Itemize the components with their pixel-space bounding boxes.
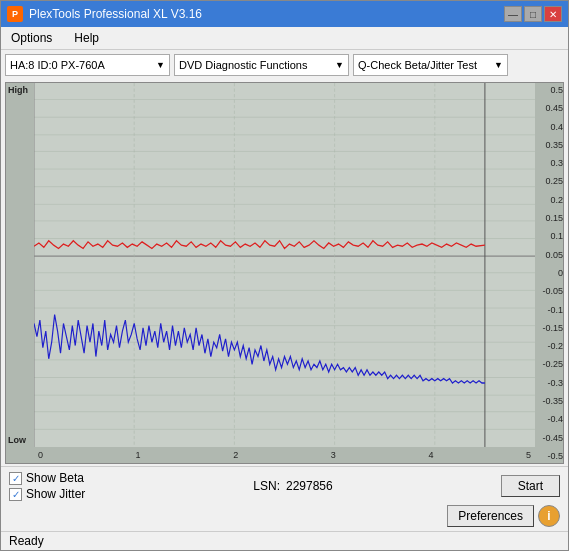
x-axis: 0 1 2 3 4 5 [34, 447, 535, 463]
lsn-label: LSN: [253, 479, 280, 493]
toolbar: HA:8 ID:0 PX-760A ▼ DVD Diagnostic Funct… [1, 50, 568, 80]
device-arrow: ▼ [156, 60, 165, 70]
show-beta-row: ✓ Show Beta [9, 471, 85, 485]
lsn-value: 2297856 [286, 479, 333, 493]
main-window: P PlexTools Professional XL V3.16 — □ ✕ … [0, 0, 569, 551]
show-jitter-label: Show Jitter [26, 487, 85, 501]
show-jitter-row: ✓ Show Jitter [9, 487, 85, 501]
chart-svg [34, 83, 535, 447]
function-dropdown[interactable]: DVD Diagnostic Functions ▼ [174, 54, 349, 76]
title-bar-left: P PlexTools Professional XL V3.16 [7, 6, 202, 22]
function-value: DVD Diagnostic Functions [179, 59, 307, 71]
minimize-button[interactable]: — [504, 6, 522, 22]
maximize-button[interactable]: □ [524, 6, 542, 22]
test-dropdown[interactable]: Q-Check Beta/Jitter Test ▼ [353, 54, 508, 76]
status-bar: Ready [1, 531, 568, 550]
right-buttons: Preferences i [447, 505, 560, 527]
close-button[interactable]: ✕ [544, 6, 562, 22]
test-arrow: ▼ [494, 60, 503, 70]
bottom-panel: ✓ Show Beta ✓ Show Jitter LSN: 2297856 S… [1, 466, 568, 531]
bottom-row2: Preferences i [9, 505, 560, 527]
menu-options[interactable]: Options [5, 29, 58, 47]
title-bar: P PlexTools Professional XL V3.16 — □ ✕ [1, 1, 568, 27]
show-beta-label: Show Beta [26, 471, 84, 485]
title-buttons: — □ ✕ [504, 6, 562, 22]
chart-plot [34, 83, 535, 447]
status-text: Ready [9, 534, 44, 548]
high-label: High [8, 85, 28, 95]
device-value: HA:8 ID:0 PX-760A [10, 59, 105, 71]
chart-area: High Low 0.5 0.45 0.4 0.35 0.3 0.25 0.2 … [5, 82, 564, 464]
lsn-area: LSN: 2297856 [253, 479, 332, 493]
show-beta-checkbox[interactable]: ✓ [9, 472, 22, 485]
menu-help[interactable]: Help [68, 29, 105, 47]
y-axis-right: 0.5 0.45 0.4 0.35 0.3 0.25 0.2 0.15 0.1 … [535, 83, 563, 463]
bottom-row1: ✓ Show Beta ✓ Show Jitter LSN: 2297856 S… [9, 471, 560, 501]
low-label: Low [8, 435, 26, 445]
window-title: PlexTools Professional XL V3.16 [29, 7, 202, 21]
menu-bar: Options Help [1, 27, 568, 50]
test-value: Q-Check Beta/Jitter Test [358, 59, 477, 71]
show-jitter-checkbox[interactable]: ✓ [9, 488, 22, 501]
device-dropdown[interactable]: HA:8 ID:0 PX-760A ▼ [5, 54, 170, 76]
checkboxes: ✓ Show Beta ✓ Show Jitter [9, 471, 85, 501]
preferences-button[interactable]: Preferences [447, 505, 534, 527]
function-arrow: ▼ [335, 60, 344, 70]
info-button[interactable]: i [538, 505, 560, 527]
app-icon: P [7, 6, 23, 22]
start-button[interactable]: Start [501, 475, 560, 497]
